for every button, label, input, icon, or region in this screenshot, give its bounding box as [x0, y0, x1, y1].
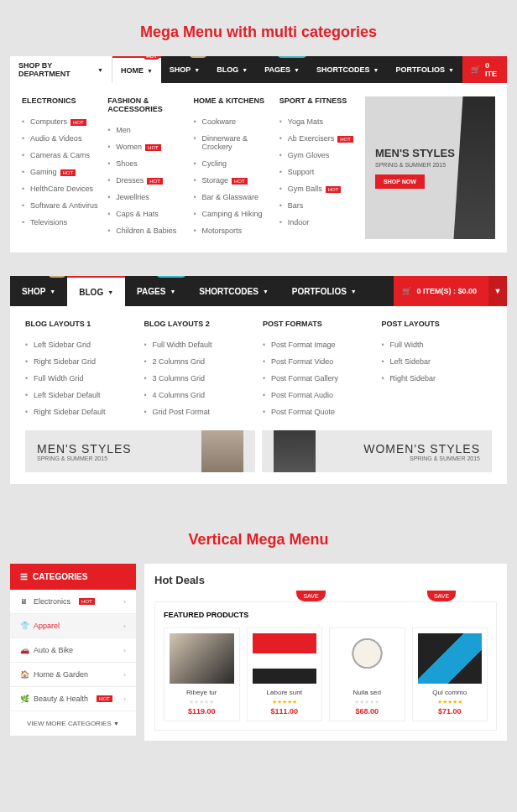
menu-link[interactable]: Indoor — [279, 214, 357, 231]
menu-link[interactable]: Cameras & Cams — [22, 147, 99, 164]
hot-tag: HOT — [147, 178, 163, 185]
menu-link[interactable]: Post Format Gallery — [263, 370, 373, 387]
menu-link[interactable]: Full Width Grid — [25, 370, 136, 387]
menu-link[interactable]: Cycling — [194, 155, 271, 172]
chevron-right-icon: › — [123, 695, 126, 703]
menu-link[interactable]: Dinnerware & Crockery — [194, 130, 271, 155]
navbar-1: SHOP BY DEPARTMENT▼ HOME▼HOT SHOP▼NEW BL… — [10, 56, 507, 83]
sidebar-category[interactable]: 🌿Beauty & HealthHOT› — [10, 687, 136, 711]
save-badge: SAVE — [296, 591, 325, 601]
menu-link[interactable]: DressesHOT — [107, 172, 185, 189]
menu-link[interactable]: Children & Babies — [107, 222, 185, 239]
nav2-pages[interactable]: PAGES▼FEATURE — [125, 276, 187, 306]
menu-link[interactable]: Motorsports — [194, 222, 271, 239]
menu-link[interactable]: Ab ExercisersHOT — [279, 130, 357, 147]
nav-pages[interactable]: PAGES▼FEATURE — [256, 56, 308, 83]
menu-link[interactable]: Televisions — [22, 214, 99, 231]
col-header: BLOG LAYOUTS 2 — [144, 320, 255, 328]
col-header: BLOG LAYOUTS 1 — [25, 320, 136, 328]
menu-link[interactable]: Left Sidebar Default — [25, 387, 136, 403]
promo-subtitle: SPRING & SUMMER 2015 — [375, 162, 485, 168]
menu-link[interactable]: Right Sidebar — [382, 370, 493, 387]
menu-link[interactable]: Support — [279, 164, 357, 180]
product-image — [253, 633, 317, 684]
menu-link[interactable]: Right Sidebar Grid — [25, 353, 136, 370]
menu-link[interactable]: Post Format Quote — [263, 403, 373, 420]
nav-shop[interactable]: SHOP▼NEW — [161, 56, 208, 83]
menu-link[interactable]: GamingHOT — [22, 164, 99, 180]
nav2-blog[interactable]: BLOG▼ — [67, 276, 125, 306]
promo-banner[interactable]: MEN'S STYLES SPRING & SUMMER 2015 SHOP N… — [365, 96, 495, 239]
menu-link[interactable]: HelthCare Devices — [22, 180, 99, 197]
cart-button[interactable]: 🛒0 ITE — [462, 56, 507, 83]
menu-link[interactable]: 2 Columns Grid — [144, 353, 255, 370]
mens-banner[interactable]: MEN'S STYLESSPRING & SUMMER 2015 — [25, 430, 255, 472]
menu-link[interactable]: Cookware — [194, 113, 271, 130]
col-header: HOME & KITCHENS — [194, 96, 271, 105]
product-card[interactable]: Nulla sed★★★★★$68.00 — [329, 627, 405, 721]
menu-link[interactable]: Caps & Hats — [107, 206, 185, 222]
menu-link[interactable]: Shoes — [107, 155, 185, 172]
product-card[interactable]: Ribeye tur★★★★★$119.00 — [164, 627, 240, 721]
sidebar-category[interactable]: 🖥ElectronicsHOT› — [10, 590, 136, 614]
hot-tag: HOT — [232, 178, 248, 185]
nav2-shortcodes[interactable]: SHORTCODES▼ — [187, 276, 280, 306]
view-more-categories[interactable]: VIEW MORE CATEGORIES ▼ — [10, 711, 136, 736]
model-image — [201, 430, 243, 472]
menu-link[interactable]: Post Format Video — [263, 353, 373, 370]
nav-blog[interactable]: BLOG▼ — [208, 56, 256, 83]
menu-link[interactable]: Right Sidebar Default — [25, 403, 136, 420]
sidebar-category[interactable]: 🚗Auto & Bike› — [10, 638, 136, 663]
sidebar-category[interactable]: 👕Apparel› — [10, 614, 136, 638]
nav2-portfolios[interactable]: PORTFOLIOS▼ — [280, 276, 368, 306]
menu-link[interactable]: Full Width Default — [144, 336, 255, 353]
nav-portfolios[interactable]: PORTFOLIOS▼ — [387, 56, 462, 83]
col-header: SPORT & FITNESS — [279, 96, 357, 105]
star-rating: ★★★★★ — [335, 699, 400, 705]
shop-by-department[interactable]: SHOP BY DEPARTMENT▼ — [10, 56, 112, 83]
menu-link[interactable]: StorageHOT — [194, 172, 271, 189]
nav-shortcodes[interactable]: SHORTCODES▼ — [308, 56, 387, 83]
featured-title: FEATURED PRODUCTS — [164, 611, 488, 619]
menu-link[interactable]: Jewellries — [107, 189, 185, 206]
vertical-menu-panel: ☰CATEGORIES 🖥ElectronicsHOT›👕Apparel›🚗Au… — [10, 564, 507, 741]
menu-link[interactable]: Yoga Mats — [279, 113, 357, 130]
menu-link[interactable]: Grid Post Format — [144, 403, 255, 420]
menu-link[interactable]: Full Width — [382, 336, 493, 353]
menu-link[interactable]: Bar & Glassware — [194, 189, 271, 206]
womens-banner[interactable]: WOMEN'S STYLESSPRING & SUMMER 2015 — [262, 430, 492, 472]
shop-now-button[interactable]: SHOP NOW — [375, 174, 425, 189]
model-image — [449, 96, 495, 239]
col-header: POST FORMATS — [263, 320, 373, 328]
chevron-down-icon[interactable]: ▼ — [488, 276, 507, 306]
hot-tag: HOT — [326, 186, 342, 193]
menu-link[interactable]: Left Sidebar Grid — [25, 336, 136, 353]
menu-link[interactable]: 4 Columns Grid — [144, 387, 255, 403]
menu-link[interactable]: 3 Columns Grid — [144, 370, 255, 387]
menu-link[interactable]: Left Sidebar — [382, 353, 493, 370]
sidebar-category[interactable]: 🏠Home & Garden› — [10, 663, 136, 687]
product-name: Qui commo — [418, 689, 483, 696]
mega-menu-panel-2: SHOP▼NEW BLOG▼ PAGES▼FEATURE SHORTCODES▼… — [10, 276, 507, 484]
product-card[interactable]: Labore sunt★★★★★$111.00 — [247, 627, 323, 721]
menu-link[interactable]: ComputersHOT — [22, 113, 99, 130]
new-badge: NEW — [49, 276, 65, 278]
menu-link[interactable]: Men — [107, 122, 185, 138]
nav2-shop[interactable]: SHOP▼NEW — [10, 276, 67, 306]
menu-link[interactable]: Audio & Videos — [22, 130, 99, 147]
menu-link[interactable]: Post Format Audio — [263, 387, 373, 403]
product-card[interactable]: Qui commo★★★★★$71.00 — [412, 627, 488, 721]
menu-link[interactable]: Gym Gloves — [279, 147, 357, 164]
menu-link[interactable]: Camping & Hiking — [194, 206, 271, 222]
menu-link[interactable]: Software & Antivirus — [22, 197, 99, 214]
menu-link[interactable]: Post Format Image — [263, 336, 373, 353]
cart-button-2[interactable]: 🛒0 ITEM(S) : $0.00▼ — [394, 276, 507, 306]
menu-link[interactable]: Bars — [279, 197, 357, 214]
star-rating: ★★★★★ — [418, 699, 483, 705]
menu-link[interactable]: Gym BallsHOT — [279, 180, 357, 197]
hot-badge: HOT — [144, 56, 159, 60]
menu-link[interactable]: WomenHOT — [107, 138, 185, 155]
section-title-1: Mega Menu with multi categories — [0, 0, 517, 56]
nav-home[interactable]: HOME▼HOT — [112, 56, 161, 83]
save-badge: SAVE — [427, 591, 456, 601]
